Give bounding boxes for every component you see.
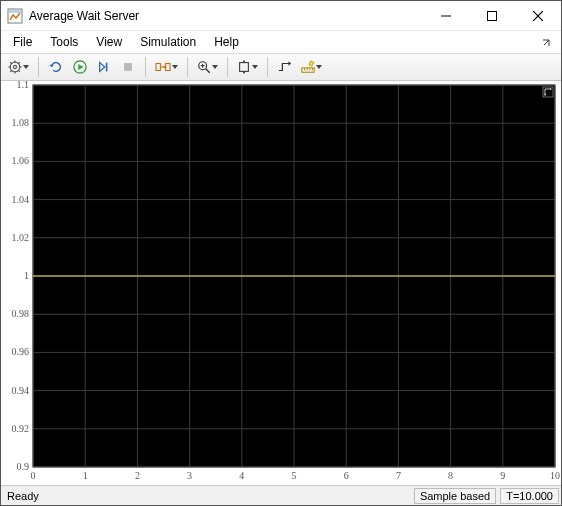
svg-marker-46 <box>309 61 314 66</box>
toolbar-separator <box>227 57 228 77</box>
svg-marker-40 <box>289 61 292 65</box>
svg-line-13 <box>10 62 12 64</box>
toolbar-separator <box>38 57 39 77</box>
svg-marker-47 <box>316 65 322 69</box>
toolbar <box>1 53 561 81</box>
maximize-button[interactable] <box>469 1 515 31</box>
svg-marker-39 <box>252 65 258 69</box>
svg-text:0.92: 0.92 <box>12 423 30 434</box>
svg-text:3: 3 <box>187 470 192 481</box>
svg-text:7: 7 <box>396 470 401 481</box>
menu-file[interactable]: File <box>5 33 40 51</box>
window-title: Average Wait Server <box>29 9 423 23</box>
svg-text:5: 5 <box>292 470 297 481</box>
svg-text:10: 10 <box>550 470 560 481</box>
play-icon <box>73 60 87 74</box>
plot-canvas: 0123456789100.90.920.940.960.9811.021.04… <box>1 81 561 485</box>
svg-marker-33 <box>212 65 218 69</box>
stop-button[interactable] <box>117 56 139 78</box>
status-ready: Ready <box>3 490 410 502</box>
svg-marker-18 <box>49 65 53 67</box>
svg-text:6: 6 <box>344 470 349 481</box>
toolbar-separator <box>145 57 146 77</box>
zoom-button[interactable] <box>194 56 221 78</box>
svg-line-30 <box>206 69 210 73</box>
toolbar-separator <box>187 57 188 77</box>
svg-marker-20 <box>78 64 83 70</box>
menubar: File Tools View Simulation Help <box>1 31 561 53</box>
statusbar: Ready Sample based T=10.000 <box>1 485 561 505</box>
svg-marker-38 <box>243 72 246 74</box>
step-forward-button[interactable] <box>93 56 115 78</box>
status-time: T=10.000 <box>500 488 559 504</box>
stop-icon <box>121 60 135 74</box>
highlight-block-button[interactable] <box>152 56 181 78</box>
svg-text:1.08: 1.08 <box>12 117 30 128</box>
autoscale-icon <box>237 60 251 74</box>
svg-rect-24 <box>156 64 160 71</box>
chevron-down-icon <box>316 64 322 70</box>
svg-text:0.96: 0.96 <box>12 346 30 357</box>
triggers-icon <box>278 60 292 74</box>
svg-text:2: 2 <box>135 470 140 481</box>
svg-line-6 <box>544 40 549 45</box>
menu-view[interactable]: View <box>88 33 130 51</box>
highlight-block-icon <box>155 60 171 74</box>
run-button[interactable] <box>69 56 91 78</box>
svg-rect-3 <box>488 11 497 20</box>
gear-icon <box>8 60 22 74</box>
svg-text:0.9: 0.9 <box>17 461 30 472</box>
minimize-button[interactable] <box>423 1 469 31</box>
svg-rect-23 <box>124 63 132 71</box>
menu-more-icon[interactable] <box>539 35 553 49</box>
svg-line-5 <box>533 11 543 21</box>
svg-line-16 <box>10 70 12 72</box>
svg-line-15 <box>18 62 20 64</box>
svg-text:1.06: 1.06 <box>12 155 30 166</box>
menu-help[interactable]: Help <box>206 33 247 51</box>
svg-rect-1 <box>9 10 21 13</box>
svg-marker-17 <box>23 65 29 69</box>
zoom-icon <box>197 60 211 74</box>
svg-text:9: 9 <box>500 470 505 481</box>
triggers-button[interactable] <box>274 56 296 78</box>
chevron-down-icon <box>23 64 29 70</box>
svg-marker-36 <box>243 60 246 62</box>
chevron-down-icon <box>172 64 178 70</box>
autoscale-button[interactable] <box>234 56 261 78</box>
menu-simulation[interactable]: Simulation <box>132 33 204 51</box>
svg-marker-28 <box>172 65 178 69</box>
svg-text:1.02: 1.02 <box>12 232 30 243</box>
svg-text:8: 8 <box>448 470 453 481</box>
scope-plot[interactable]: 0123456789100.90.920.940.960.9811.021.04… <box>1 81 561 485</box>
chevron-down-icon <box>252 64 258 70</box>
configure-button[interactable] <box>5 56 32 78</box>
svg-text:1: 1 <box>83 470 88 481</box>
svg-marker-21 <box>100 63 105 72</box>
svg-point-8 <box>13 65 16 68</box>
restart-icon <box>49 60 63 74</box>
ruler-icon <box>301 60 315 74</box>
measurements-button[interactable] <box>298 56 325 78</box>
svg-text:1.1: 1.1 <box>17 81 30 90</box>
svg-text:0.94: 0.94 <box>12 385 30 396</box>
svg-line-4 <box>533 11 543 21</box>
svg-text:1.04: 1.04 <box>12 194 30 205</box>
svg-text:1: 1 <box>24 270 29 281</box>
svg-text:0: 0 <box>31 470 36 481</box>
svg-text:4: 4 <box>239 470 244 481</box>
svg-line-14 <box>18 70 20 72</box>
svg-text:0.98: 0.98 <box>12 308 30 319</box>
restart-button[interactable] <box>45 56 67 78</box>
app-icon <box>7 8 23 24</box>
menu-tools[interactable]: Tools <box>42 33 86 51</box>
toolbar-separator <box>267 57 268 77</box>
chevron-down-icon <box>212 64 218 70</box>
svg-rect-34 <box>240 63 249 72</box>
svg-rect-25 <box>166 64 170 71</box>
status-mode: Sample based <box>414 488 496 504</box>
close-button[interactable] <box>515 1 561 31</box>
titlebar: Average Wait Server <box>1 1 561 31</box>
step-forward-icon <box>97 60 111 74</box>
